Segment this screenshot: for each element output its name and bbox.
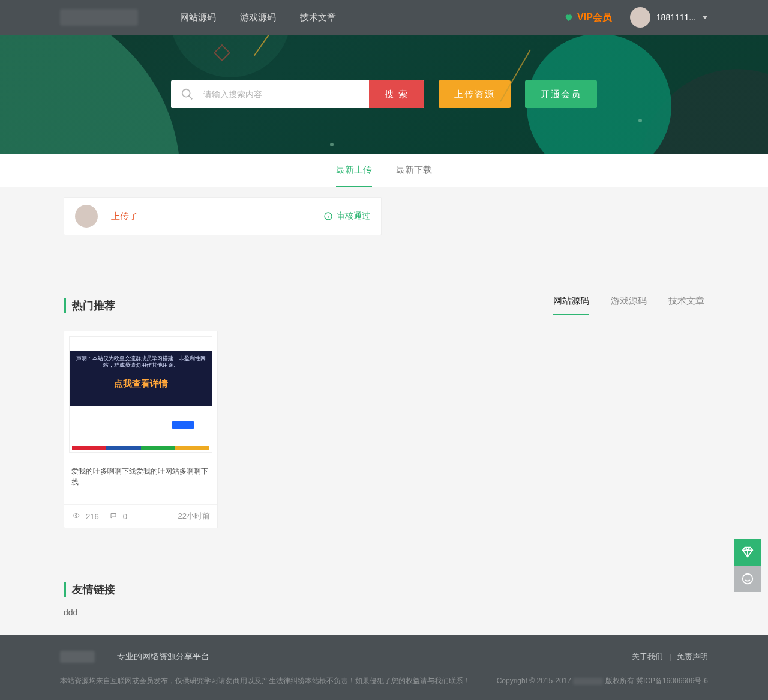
user-menu[interactable]: 1881111... — [630, 7, 708, 28]
tab-latest-download[interactable]: 最新下载 — [396, 164, 432, 187]
upload-action-label: 上传了 — [111, 211, 138, 222]
thumb-button-graphic — [172, 421, 194, 429]
diamond-icon — [741, 546, 754, 559]
heart-icon — [564, 13, 574, 22]
svg-point-6 — [743, 574, 753, 584]
decor-dot — [638, 119, 642, 122]
tab-latest-upload[interactable]: 最新上传 — [336, 164, 372, 187]
float-feedback-button[interactable] — [734, 566, 761, 592]
uploader-avatar-icon — [75, 205, 98, 228]
chevron-down-icon — [702, 16, 708, 19]
copyright-suffix: 版权所有 冀ICP备16006606号-6 — [603, 677, 708, 685]
hot-tab-tech[interactable]: 技术文章 — [668, 295, 704, 315]
smile-icon — [741, 572, 754, 585]
nav-game-source[interactable]: 游戏源码 — [228, 0, 288, 35]
resource-title: 爱我的哇多啊啊下线爱我的哇网站多啊啊下线 — [64, 457, 217, 504]
friendlink-item[interactable]: ddd — [64, 608, 77, 617]
feed-item[interactable]: 上传了 审核通过 — [64, 197, 382, 235]
thumb-disclaimer-text: 声明：本站仅为欧皇交流群成员学习搭建，非盈利性网站，群成员请勿用作其他用途。 — [73, 355, 208, 369]
hero-banner: 搜 索 上传资源 开通会员 — [0, 35, 768, 154]
site-footer: 专业的网络资源分享平台 关于我们 | 免责声明 本站资源均来自互联网或会员发布，… — [0, 635, 768, 700]
resource-thumbnail: 声明：本站仅为欧皇交流群成员学习搭建，非盈利性网站，群成员请勿用作其他用途。 点… — [64, 331, 217, 457]
footer-logo-icon — [60, 651, 95, 663]
hot-tab-website[interactable]: 网站源码 — [553, 295, 589, 315]
footer-link-sep: | — [669, 652, 671, 661]
footer-copyright: Copyright © 2015-2017 版权所有 冀ICP备16006606… — [497, 676, 708, 686]
vip-label: VIP会员 — [577, 11, 612, 24]
hot-title: 热门推荐 — [64, 298, 115, 313]
info-circle-icon — [323, 211, 333, 221]
float-buttons — [734, 539, 761, 592]
search-input[interactable] — [203, 80, 369, 108]
site-logo[interactable] — [60, 9, 138, 26]
hot-tab-game[interactable]: 游戏源码 — [611, 295, 647, 315]
hot-grid: 声明：本站仅为欧皇交流群成员学习搭建，非盈利性网站，群成员请勿用作其他用途。 点… — [64, 315, 704, 564]
feed-section: 上传了 审核通过 — [64, 187, 704, 271]
hot-tabs: 网站源码 游戏源码 技术文章 — [553, 295, 704, 315]
eye-icon — [71, 512, 81, 521]
friendlinks-title: 友情链接 — [64, 582, 704, 597]
time-label: 22小时前 — [178, 511, 210, 522]
copyright-prefix: Copyright © 2015-2017 — [497, 677, 574, 685]
float-vip-button[interactable] — [734, 539, 761, 566]
footer-slogan: 专业的网络资源分享平台 — [117, 651, 209, 662]
feed-tabs: 最新上传 最新下载 — [0, 154, 768, 187]
svg-point-0 — [182, 89, 190, 97]
footer-logo-block: 专业的网络资源分享平台 — [60, 651, 209, 663]
top-header: 网站源码 游戏源码 技术文章 VIP会员 1881111... — [0, 0, 768, 35]
upload-resource-button[interactable]: 上传资源 — [439, 80, 511, 108]
thumb-cta-text: 点我查看详情 — [70, 378, 212, 390]
approval-label: 审核通过 — [337, 211, 370, 222]
view-count: 216 — [86, 512, 99, 521]
nav-website-source[interactable]: 网站源码 — [168, 0, 228, 35]
thumb-color-stripes — [72, 446, 209, 450]
footer-disclaimer-text: 本站资源均来自互联网或会员发布，仅供研究学习请勿商用以及产生法律纠纷本站概不负责… — [60, 676, 470, 686]
footer-divider — [106, 651, 106, 663]
main-nav: 网站源码 游戏源码 技术文章 — [168, 0, 348, 35]
comment-icon — [109, 512, 118, 521]
copyright-owner-blurred — [573, 678, 603, 685]
svg-point-5 — [76, 514, 77, 516]
resource-card[interactable]: 声明：本站仅为欧皇交流群成员学习搭建，非盈利性网站，群成员请勿用作其他用途。 点… — [64, 331, 218, 528]
footer-disclaimer-link[interactable]: 免责声明 — [677, 652, 708, 661]
friendlinks-list: ddd — [64, 597, 704, 635]
comment-count: 0 — [123, 512, 127, 521]
decor-line — [254, 35, 275, 56]
search-button[interactable]: 搜 索 — [369, 80, 424, 108]
footer-about-link[interactable]: 关于我们 — [632, 652, 663, 661]
nav-tech-articles[interactable]: 技术文章 — [288, 0, 348, 35]
approval-status: 审核通过 — [323, 211, 370, 222]
header-right: VIP会员 1881111... — [564, 7, 708, 28]
search-icon — [171, 80, 203, 108]
hot-header: 热门推荐 网站源码 游戏源码 技术文章 — [64, 271, 704, 315]
username-label: 1881111... — [656, 13, 696, 22]
user-avatar-icon — [630, 7, 650, 28]
vip-link[interactable]: VIP会员 — [564, 11, 612, 24]
footer-links: 关于我们 | 免责声明 — [632, 651, 708, 662]
svg-line-1 — [189, 96, 193, 100]
open-membership-button[interactable]: 开通会员 — [525, 80, 597, 108]
search-bar: 搜 索 — [171, 80, 424, 108]
resource-meta: 216 0 22小时前 — [64, 504, 217, 528]
decor-dot — [330, 143, 334, 146]
hot-section: 热门推荐 网站源码 游戏源码 技术文章 声明：本站仅为欧皇交流群成员学习搭建，非… — [64, 271, 704, 635]
